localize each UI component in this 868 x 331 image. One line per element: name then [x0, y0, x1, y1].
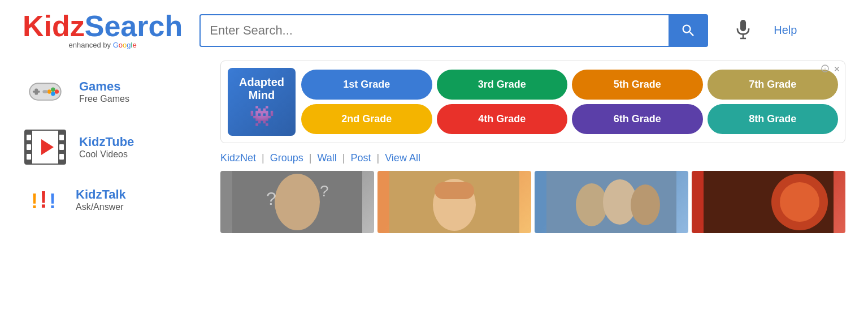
svg-text:i: i	[824, 66, 826, 72]
svg-point-6	[51, 88, 55, 92]
logo-google: Google	[113, 41, 137, 49]
kidznet-link[interactable]: KidzNet	[220, 152, 256, 164]
logo[interactable]: KidzSearch enhanced by Google	[23, 11, 183, 49]
svg-point-23	[631, 184, 660, 225]
svg-point-8	[51, 92, 55, 96]
search-input[interactable]	[199, 14, 669, 47]
svg-point-14	[275, 174, 320, 230]
grade-8-button[interactable]: 8th Grade	[708, 104, 839, 134]
image-thumb-2[interactable]	[377, 171, 531, 233]
view-all-link[interactable]: View All	[385, 152, 420, 164]
search-icon	[680, 23, 696, 38]
grade-4-button[interactable]: 4th Grade	[437, 104, 568, 134]
post-link[interactable]: Post	[350, 152, 371, 164]
sidebar-item-games[interactable]: Games Free Games	[23, 72, 215, 111]
svg-point-26	[780, 182, 819, 222]
kidznet-nav: KidzNet | Groups | Wall | Post | View Al…	[220, 152, 845, 164]
svg-rect-10	[42, 90, 47, 93]
adapted-mind-text: Adapted Mind	[239, 76, 284, 102]
svg-text:?: ?	[320, 182, 329, 200]
games-subtitle: Free Games	[79, 94, 129, 104]
grade-2-button[interactable]: 2nd Grade	[301, 104, 432, 134]
header: KidzSearch enhanced by Google Help	[0, 0, 868, 61]
image-thumb-4[interactable]	[692, 171, 845, 233]
ad-close-icon[interactable]: ✕	[834, 65, 840, 74]
games-title: Games	[79, 79, 129, 94]
right-content: i ✕ Adapted Mind 👾 1st Grade 3rd Grade 5…	[215, 61, 845, 233]
grade-1-button[interactable]: 1st Grade	[301, 70, 432, 100]
kidztalk-title: KidzTalk	[76, 187, 126, 202]
sidebar: Games Free Games	[23, 61, 215, 233]
svg-point-21	[576, 183, 607, 226]
kidztalk-subtitle: Ask/Answer	[76, 202, 126, 212]
svg-point-7	[55, 89, 59, 93]
image-row: ? ?	[220, 171, 845, 233]
microphone-icon[interactable]	[734, 20, 752, 41]
adapted-mind-logo[interactable]: Adapted Mind 👾	[228, 68, 296, 136]
grade-3-button[interactable]: 3rd Grade	[437, 70, 568, 100]
svg-rect-0	[740, 20, 746, 31]
grade-5-button[interactable]: 5th Grade	[572, 70, 703, 100]
kidztube-subtitle: Cool Videos	[79, 149, 134, 160]
svg-text:?: ?	[266, 188, 276, 209]
image-thumb-1[interactable]: ? ?	[220, 171, 374, 233]
grade-6-button[interactable]: 6th Grade	[572, 104, 703, 134]
grade-buttons: 1st Grade 3rd Grade 5th Grade 7th Grade …	[301, 70, 838, 134]
sidebar-item-kidztalk[interactable]: ! ! ! KidzTalk Ask/Answer	[23, 183, 215, 217]
search-button[interactable]	[669, 14, 708, 47]
groups-link[interactable]: Groups	[270, 152, 303, 164]
svg-rect-19	[435, 182, 474, 199]
logo-text: KidzSearch	[23, 11, 183, 41]
kidztube-title: KidzTube	[79, 135, 134, 149]
help-link[interactable]: Help	[774, 24, 797, 37]
logo-enhanced: enhanced by Google	[69, 41, 137, 49]
games-icon	[23, 72, 68, 111]
main-content: Games Free Games	[0, 61, 868, 233]
grade-7-button[interactable]: 7th Grade	[708, 70, 839, 100]
svg-point-9	[47, 89, 51, 93]
kidztalk-icon: ! ! !	[23, 183, 64, 217]
image-thumb-3[interactable]	[535, 171, 688, 233]
ad-banner: i ✕ Adapted Mind 👾 1st Grade 3rd Grade 5…	[220, 61, 845, 143]
svg-rect-5	[33, 91, 40, 93]
logo-search: Search	[85, 10, 183, 42]
ad-label: i	[821, 65, 829, 72]
kidztube-icon	[23, 127, 68, 167]
logo-kidz: Kidz	[23, 10, 85, 42]
mic-svg	[734, 20, 752, 41]
monster-icon: 👾	[249, 104, 275, 128]
sidebar-item-kidztube[interactable]: KidzTube Cool Videos	[23, 127, 215, 167]
search-bar	[199, 14, 708, 47]
wall-link[interactable]: Wall	[317, 152, 336, 164]
